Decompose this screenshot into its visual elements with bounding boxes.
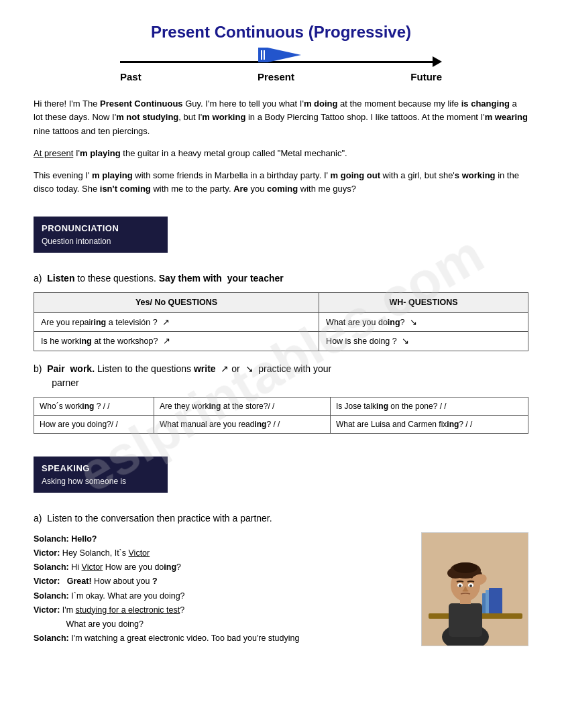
col1-header: Yes/ No QUESTIONS (34, 292, 319, 312)
table-row: How are you doing?/ / What manual are yo… (34, 416, 528, 434)
table-row: Is he working at the workshop? ↗ How is … (34, 332, 528, 351)
conv-line-3: Solanch: Hi Victor How are you doing? (34, 560, 408, 574)
future-label: Future (410, 70, 442, 85)
page-title: Present Continuous (Progressive) (34, 20, 528, 44)
present-label: Present (258, 70, 294, 85)
table-row: Are you repairing a televisión ? ↗ What … (34, 312, 528, 332)
svg-point-17 (469, 585, 472, 587)
conv-line-7: Solanch: I'm watching a great electronic… (34, 631, 408, 646)
activity-a-label: a) Listen to these questions. Say them w… (34, 271, 528, 286)
pronunciation-section-box: PRONUNCIATION Question intonation (34, 217, 168, 253)
timeline: Past Present Future (34, 56, 528, 85)
activity-b-label: b) Pair work. Listen to the questions wr… (34, 362, 528, 390)
table-row: Who´s working ? / / Are they working at … (34, 398, 528, 416)
person-image (421, 532, 528, 646)
conversation-area: Solanch: Hello? Victor: Hey Solanch, It`… (34, 532, 528, 646)
conv-line-5: Solanch: I`m okay. What are you doing? (34, 589, 408, 603)
conversation-text: Solanch: Hello? Victor: Hey Solanch, It`… (34, 532, 408, 646)
intro-paragraph-1: Hi there! I'm The Present Continuous Guy… (34, 97, 528, 139)
speaking-subtitle: Asking how someone is (42, 475, 160, 487)
intro-paragraph-3: This evening I' m playing with some frie… (34, 169, 528, 197)
svg-point-16 (459, 585, 461, 587)
pronunciation-title: PRONUNCIATION (42, 222, 160, 235)
pronunciation-subtitle: Question intonation (42, 235, 160, 247)
speaking-section: SPEAKING Asking how someone is a) Listen… (34, 444, 528, 646)
past-label: Past (120, 70, 142, 85)
conv-line-1: Solanch: Hello? (34, 532, 408, 546)
practice-table: Who´s working ? / / Are they working at … (34, 397, 528, 434)
svg-rect-4 (489, 588, 502, 613)
questions-table: Yes/ No QUESTIONS WH- QUESTIONS Are you … (34, 292, 528, 351)
svg-point-12 (453, 562, 477, 573)
svg-rect-6 (449, 603, 482, 637)
conv-line-2: Victor: Hey Solanch, It`s Victor (34, 546, 408, 560)
col2-header: WH- QUESTIONS (319, 292, 528, 312)
intro-paragraph-2: At present I'm playing the guitar in a h… (34, 147, 528, 161)
conv-line-6: Victor: I'm studying for a electronic te… (34, 603, 408, 632)
speaking-title: SPEAKING (42, 462, 160, 475)
speaking-section-box: SPEAKING Asking how someone is (34, 457, 168, 493)
activity-a2-label: a) Listen to the conversation then pract… (34, 511, 528, 526)
conv-line-4: Victor: Great! How about you ? (34, 574, 408, 589)
